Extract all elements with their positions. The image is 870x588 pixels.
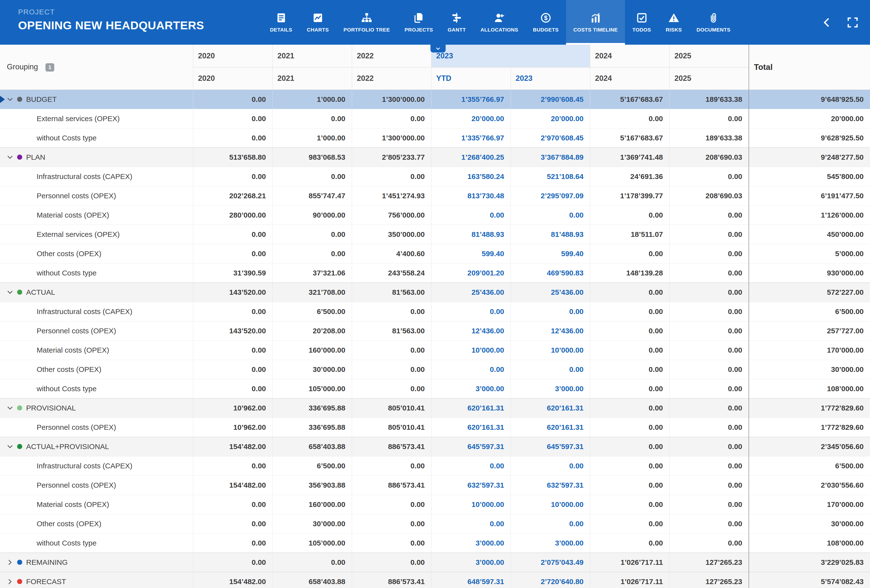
group-row-forecast[interactable]: FORECAST154’482.00658’403.88886’573.4164… (0, 572, 870, 588)
cell-2023: 620’161.31 (511, 398, 590, 417)
cost-row-personnel-costs-opex[interactable]: Personnel costs (OPEX)143’520.0020’208.0… (0, 321, 870, 340)
group-row-remaining[interactable]: REMAINING0.000.000.003’000.002’075’043.4… (0, 552, 870, 572)
cell-2022: 886’573.41 (352, 572, 431, 588)
nav-item-details[interactable]: DETAILS (263, 0, 299, 45)
cost-row-material-costs-opex[interactable]: Material costs (OPEX)0.00160’000.000.001… (0, 340, 870, 360)
costs-timeline-grid: Grouping 1 2020 2021 2022 2023 2024 2025… (0, 45, 870, 588)
cell-2023: 2’720’640.80 (511, 572, 590, 588)
nav-item-costs-timeline[interactable]: COSTS TIMELINE (566, 0, 625, 45)
row-label: Material costs (OPEX) (37, 500, 109, 509)
cost-row-other-costs-opex[interactable]: Other costs (OPEX)0.000.004’400.60599.40… (0, 244, 870, 263)
year-group-2020[interactable]: 2020 (193, 45, 273, 67)
chevron-left-icon[interactable] (820, 16, 833, 29)
cell-2022: 4’400.60 (352, 244, 431, 263)
chevron-down-icon (435, 45, 441, 52)
group-row-budget[interactable]: BUDGET0.001’000.001’300’000.001’355’766.… (0, 90, 870, 109)
cell-2024: 0.00 (590, 321, 669, 340)
cost-row-without-costs-type[interactable]: without Costs type0.00105’000.000.003’00… (0, 533, 870, 552)
expand-caret-icon[interactable] (5, 577, 15, 586)
cell-ytd: 3’000.00 (431, 379, 511, 398)
cost-row-personnel-costs-opex[interactable]: Personnel costs (OPEX)10’962.00336’695.8… (0, 417, 870, 437)
cost-row-without-costs-type[interactable]: without Costs type31’390.5937’321.06243’… (0, 263, 870, 282)
cost-row-personnel-costs-opex[interactable]: Personnel costs (OPEX)154’482.00356’903.… (0, 475, 870, 495)
year-group-2025[interactable]: 2025 (669, 45, 749, 67)
collapse-caret-icon[interactable] (5, 95, 15, 104)
cost-row-material-costs-opex[interactable]: Material costs (OPEX)0.00160’000.000.001… (0, 495, 870, 514)
cell-2025: 0.00 (669, 417, 749, 437)
nav-item-projects[interactable]: PROJECTS (397, 0, 440, 45)
cell-2023: 2’075’043.49 (511, 552, 590, 572)
cell-ytd: 0.00 (431, 302, 511, 321)
cost-row-without-costs-type[interactable]: without Costs type0.00105’000.000.003’00… (0, 379, 870, 398)
costs-timeline-icon (590, 12, 601, 24)
cell-total: 170’000.00 (749, 340, 870, 360)
nav-item-gantt[interactable]: GANTT (440, 0, 473, 45)
cost-row-other-costs-opex[interactable]: Other costs (OPEX)0.0030’000.000.000.000… (0, 514, 870, 533)
costs-table: Grouping 1 2020 2021 2022 2023 2024 2025… (0, 45, 870, 588)
fullscreen-icon[interactable] (846, 16, 859, 29)
cell-2020: 0.00 (193, 244, 273, 263)
cell-2023: 0.00 (511, 360, 590, 379)
year-group-2022[interactable]: 2022 (352, 45, 431, 67)
cell-2021: 160’000.00 (273, 495, 352, 514)
group-row-plan[interactable]: PLAN513’658.80983’068.532’805’233.771’26… (0, 147, 870, 167)
nav-item-allocations[interactable]: ALLOCATIONS (473, 0, 526, 45)
nav-item-portfolio-tree[interactable]: PORTFOLIO TREE (336, 0, 397, 45)
cell-2021: 6’500.00 (273, 456, 352, 475)
cell-2021: 0.00 (273, 552, 352, 572)
cell-ytd: 3’000.00 (431, 552, 511, 572)
cost-row-external-services-opex[interactable]: External services (OPEX)0.000.000.0020’0… (0, 109, 870, 128)
cell-2024: 0.00 (590, 379, 669, 398)
row-label: Infrastructural costs (CAPEX) (37, 462, 133, 470)
year-group-2023[interactable]: 2023 (431, 45, 590, 67)
cost-row-material-costs-opex[interactable]: Material costs (OPEX)280’000.0090’000.00… (0, 205, 870, 225)
nav-item-budgets[interactable]: $BUDGETS (526, 0, 566, 45)
cell-2024: 0.00 (590, 282, 669, 302)
cell-2020: 0.00 (193, 90, 273, 109)
row-label: BUDGET (26, 95, 57, 104)
year-group-2024[interactable]: 2024 (590, 45, 669, 67)
collapse-caret-icon[interactable] (5, 442, 15, 451)
nav-item-label: BUDGETS (533, 27, 559, 33)
cost-row-without-costs-type[interactable]: without Costs type0.001’000.001’300’000.… (0, 128, 870, 147)
cost-row-personnel-costs-opex[interactable]: Personnel costs (OPEX)202’268.21855’747.… (0, 186, 870, 205)
nav-item-risks[interactable]: RISKS (658, 0, 689, 45)
header-controls (820, 0, 870, 45)
cell-2022: 1’300’000.00 (352, 90, 431, 109)
cost-row-infrastructural-costs-capex[interactable]: Infrastructural costs (CAPEX)0.006’500.0… (0, 302, 870, 321)
cell-2023: 0.00 (511, 514, 590, 533)
group-row-provisional[interactable]: PROVISIONAL10’962.00336’695.88805’010.41… (0, 398, 870, 417)
cell-2025: 0.00 (669, 167, 749, 186)
collapse-caret-icon[interactable] (5, 403, 15, 413)
year-group-2021[interactable]: 2021 (273, 45, 352, 67)
cell-2024: 0.00 (590, 437, 669, 456)
collapse-caret-icon[interactable] (5, 288, 15, 297)
total-column-header: Total (749, 45, 870, 90)
cell-ytd: 620’161.31 (431, 398, 511, 417)
cost-row-other-costs-opex[interactable]: Other costs (OPEX)0.0030’000.000.000.000… (0, 360, 870, 379)
cell-2021: 0.00 (273, 244, 352, 263)
group-row-actual[interactable]: ACTUAL143’520.00321’708.0081’563.0025’43… (0, 282, 870, 302)
cell-2023: 0.00 (511, 205, 590, 225)
collapse-caret-icon[interactable] (5, 153, 15, 162)
nav-item-label: GANTT (448, 27, 466, 33)
cell-2020: 10’962.00 (193, 417, 273, 437)
nav-item-documents[interactable]: DOCUMENTS (689, 0, 738, 45)
cell-2022: 805’010.41 (352, 417, 431, 437)
row-label: FORECAST (26, 578, 66, 586)
nav-item-todos[interactable]: TODOS (625, 0, 658, 45)
cost-row-infrastructural-costs-capex[interactable]: Infrastructural costs (CAPEX)0.000.000.0… (0, 167, 870, 186)
cost-row-external-services-opex[interactable]: External services (OPEX)0.000.00350’000.… (0, 225, 870, 244)
group-row-actual-provisional[interactable]: ACTUAL+PROVISIONAL154’482.00658’403.8888… (0, 437, 870, 456)
cell-2025: 0.00 (669, 437, 749, 456)
project-title: OPENING NEW HEADQUARTERS (18, 19, 263, 32)
collapse-columns-button[interactable] (431, 45, 445, 52)
expand-caret-icon[interactable] (5, 558, 15, 567)
cell-ytd: 648’597.31 (431, 572, 511, 588)
cell-2022: 1’451’274.93 (352, 186, 431, 205)
nav-item-charts[interactable]: CHARTS (299, 0, 336, 45)
cell-2020: 0.00 (193, 340, 273, 360)
cell-2024: 1’369’741.48 (590, 147, 669, 167)
cost-row-infrastructural-costs-capex[interactable]: Infrastructural costs (CAPEX)0.006’500.0… (0, 456, 870, 475)
row-label: Other costs (OPEX) (37, 249, 101, 258)
